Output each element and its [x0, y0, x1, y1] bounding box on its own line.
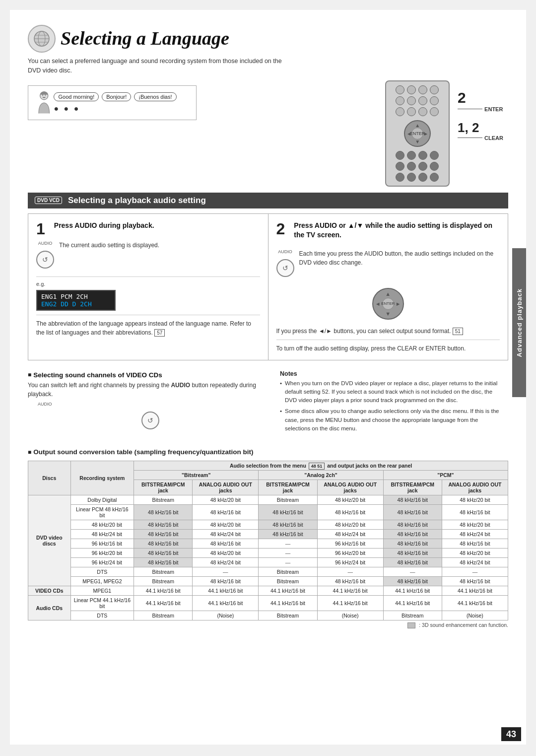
recording-cell: 96 kHz/20 bit — [70, 549, 134, 558]
bottom-two-col: Selecting sound channels of VIDEO CDs Yo… — [28, 366, 508, 440]
data-cell: 48 kHz/16 bit — [193, 505, 259, 520]
audio-button-1: ↺ — [36, 251, 54, 269]
sub-title-1: Selecting sound channels of VIDEO CDs — [28, 371, 263, 379]
data-cell: Bitstream — [134, 567, 193, 577]
table-row: DVD video discsDolby DigitalBitstream48 … — [28, 495, 508, 505]
data-cell: 48 kHz/16 bit — [383, 505, 442, 520]
table-row: 48 kHz/24 bit48 kHz/16 bit48 kHz/24 bit4… — [28, 530, 508, 539]
remote-graphic: ENTER ▲ ▼ ◄ ► — [385, 80, 503, 187]
col-a2-bs: BITSTREAM/PCM jack — [259, 480, 317, 495]
sub-body-1: You can switch left and right channels b… — [28, 381, 263, 399]
audio-button-2: ↺ — [276, 259, 294, 277]
data-cell: — — [259, 549, 317, 558]
col-audio-selection: Audio selection from the menu 48 51 and … — [134, 461, 508, 471]
person-icon — [34, 90, 54, 116]
table-row: 96 kHz/16 bit48 kHz/16 bit48 kHz/16 bit—… — [28, 539, 508, 549]
recording-cell: MPEG1 — [70, 586, 134, 596]
data-cell: (Noise) — [193, 611, 259, 620]
table-row: Audio CDsLinear PCM 44.1 kHz/16 bit44.1 … — [28, 596, 508, 611]
data-cell: 44.1 kHz/16 bit — [134, 596, 193, 611]
data-cell: 48 kHz/20 bit — [193, 520, 259, 530]
table-row: 48 kHz/20 bit48 kHz/16 bit48 kHz/20 bit4… — [28, 520, 508, 530]
data-cell: 44.1 kHz/16 bit — [317, 596, 383, 611]
col-recording: Recording system — [70, 461, 134, 495]
data-cell: 48 kHz/24 bit — [193, 530, 259, 539]
speech-bubbles: Good morning! Bonjour! ¡Buenos dias! ● ●… — [54, 92, 190, 113]
data-cell: 48 kHz/16 bit — [383, 558, 442, 567]
nav-circle: ENTER ▲ ▼ ◄ ► — [372, 288, 404, 320]
audio-label-1: AUDIO — [38, 241, 53, 246]
note-item-1: When you turn on the DVD video player or… — [280, 379, 501, 405]
title-description: You can select a preferred language and … — [28, 57, 286, 75]
data-cell: 96 kHz/20 bit — [317, 549, 383, 558]
page-number-container: 43 — [501, 729, 521, 740]
data-cell: 48 kHz/16 bit — [259, 505, 317, 520]
data-cell: 48 kHz/16 bit — [442, 539, 508, 549]
eg-label: e.g. — [36, 281, 260, 287]
step-1-note: The abbreviation of the language appears… — [36, 319, 260, 337]
data-cell: 48 kHz/16 bit — [134, 530, 193, 539]
data-cell: Bitstream — [259, 495, 317, 505]
data-cell: 44.1 kHz/16 bit — [259, 586, 317, 596]
data-cell: 48 kHz/16 bit — [317, 505, 383, 520]
section-header: DVD VCD Selecting a playback audio setti… — [28, 193, 508, 208]
data-cell: 48 kHz/20 bit — [193, 549, 259, 558]
data-cell: 48 kHz/16 bit — [383, 530, 442, 539]
data-cell: 48 kHz/16 bit — [383, 577, 442, 586]
data-cell: 48 kHz/20 bit — [442, 520, 508, 530]
title-icon — [28, 25, 56, 53]
data-cell: 48 kHz/16 bit — [383, 520, 442, 530]
data-cell: — — [317, 567, 383, 577]
data-cell: 44.1 kHz/16 bit — [259, 596, 317, 611]
data-cell: 48 kHz/16 bit — [442, 577, 508, 586]
table-row: Linear PCM 48 kHz/16 bit48 kHz/16 bit48 … — [28, 505, 508, 520]
step-2-title: Press AUDIO or ▲/▼ while the audio setti… — [294, 221, 500, 240]
data-cell: 48 kHz/20 bit — [193, 495, 259, 505]
audio-label-2: AUDIO — [278, 249, 292, 254]
data-cell: 96 kHz/16 bit — [317, 539, 383, 549]
data-cell: 96 kHz/24 bit — [317, 558, 383, 567]
notes-section: Notes When you turn on the DVD video pla… — [273, 366, 508, 440]
recording-cell: DTS — [70, 567, 134, 577]
section-title: Selecting a playback audio setting — [68, 196, 206, 206]
data-cell: 48 kHz/20 bit — [317, 520, 383, 530]
data-cell: 48 kHz/16 bit — [442, 505, 508, 520]
step-1: 1 Press AUDIO during playback. AUDIO ↺ T… — [28, 214, 268, 360]
col-pcm-bs: BITSTREAM/PCM jack — [383, 480, 442, 495]
step-1-title: Press AUDIO during playback. — [54, 221, 154, 231]
data-cell: 48 kHz/16 bit — [383, 549, 442, 558]
data-cell: 48 kHz/16 bit — [383, 539, 442, 549]
bubble-2: Bonjour! — [102, 92, 131, 101]
data-cell: 48 kHz/16 bit — [383, 495, 442, 505]
data-cell: (Noise) — [317, 611, 383, 620]
table-row: DTSBitstream—Bitstream——— — [28, 567, 508, 577]
data-cell: 48 kHz/16 bit — [134, 520, 193, 530]
col-pcm: "PCM" — [383, 471, 508, 480]
step-1-number: 1 — [36, 221, 45, 237]
audio-table: Discs Recording system Audio selection f… — [28, 461, 508, 620]
data-cell: Bitstream — [259, 577, 317, 586]
data-cell: 48 kHz/16 bit — [134, 549, 193, 558]
data-cell: 44.1 kHz/16 bit — [193, 596, 259, 611]
data-cell: 44.1 kHz/16 bit — [134, 586, 193, 596]
sub-section-1: Selecting sound channels of VIDEO CDs Yo… — [28, 371, 263, 433]
col-bitstream: "Bitstream" — [134, 471, 259, 480]
title-section: Selecting a Language — [28, 25, 508, 53]
data-cell: 48 kHz/20 bit — [317, 495, 383, 505]
disc-group-cell: Audio CDs — [28, 596, 71, 620]
data-cell: 44.1 kHz/16 bit — [317, 586, 383, 596]
recording-cell: DTS — [70, 611, 134, 620]
recording-cell: 96 kHz/24 bit — [70, 558, 134, 567]
step-2-body1: Each time you press the AUDIO button, th… — [299, 249, 500, 267]
data-cell: 48 kHz/16 bit — [134, 505, 193, 520]
col-bs-aa: ANALOG AUDIO OUT jacks — [193, 480, 259, 495]
recording-cell: 48 kHz/24 bit — [70, 530, 134, 539]
nav-graphic: ENTER ▲ ▼ ◄ ► — [276, 286, 500, 322]
output-table-section: Output sound conversion table (sampling … — [28, 448, 508, 628]
step-2-body2: If you press the ◄/► buttons, you can se… — [276, 327, 500, 336]
recording-cell: Linear PCM 48 kHz/16 bit — [70, 505, 134, 520]
data-cell: 48 kHz/24 bit — [317, 530, 383, 539]
col-pcm-aa: ANALOG AUDIO OUT jacks — [442, 480, 508, 495]
data-cell: — — [442, 567, 508, 577]
step-2-number: 2 — [276, 221, 285, 237]
